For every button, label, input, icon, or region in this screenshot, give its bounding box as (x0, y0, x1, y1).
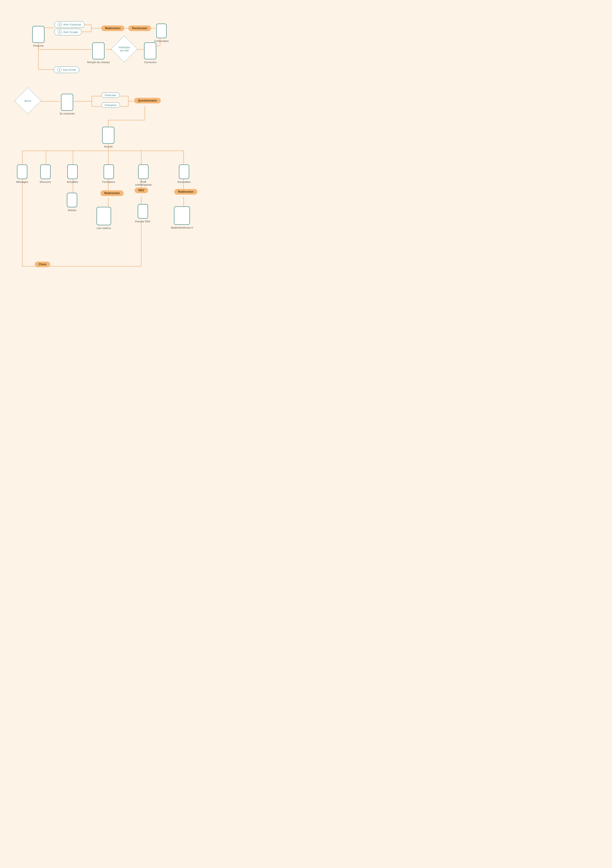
association-label: Association (178, 180, 191, 183)
node-messages: Messages (16, 164, 28, 183)
prendre-rdv-screen (138, 204, 148, 219)
profil-label: Profil zoothérapeute (135, 180, 151, 186)
node-rdv: RDV (134, 188, 148, 193)
site-externe-screen (174, 206, 190, 225)
remplir-label: Remplir les champs (87, 61, 110, 64)
google-pill: 2 Avec Google (54, 29, 82, 35)
lien-externe-label: Lien externe (97, 227, 111, 229)
decouvrir-label: Découvrir (40, 180, 51, 183)
google-badge: 2 (58, 30, 62, 34)
actualites-label: Actualités (67, 180, 78, 183)
remplir-screen (92, 42, 105, 59)
node-site-externe: 4pattestendresse.fr (171, 206, 193, 229)
node-articles: Articles (67, 193, 77, 212)
node-confirmation: Confirmation (154, 23, 169, 42)
articles-label: Articles (68, 209, 76, 212)
anima-diamond-wrapper: Anima (19, 91, 37, 110)
accueil-label: Accueil (104, 145, 112, 148)
verification-diamond-wrapper: Verification par mail (115, 40, 134, 59)
formations-label: Formations (102, 180, 115, 183)
anima-diamond: Anima (14, 87, 41, 114)
redirection1-pill: Redirection (101, 25, 124, 31)
node-questionnaire: Questionnaire (134, 98, 161, 104)
association-screen (179, 164, 189, 179)
node-decouvrir: Découvrir (40, 164, 51, 183)
node-accueil: Accueil (102, 127, 114, 148)
facebook-badge: 3 (58, 22, 62, 26)
connexion-label: Connexion (144, 61, 156, 64)
formations-screen (104, 164, 114, 179)
messages-label: Messages (16, 180, 28, 183)
decouvrir-screen (40, 164, 51, 179)
lien-externe-screen (96, 207, 111, 225)
prendre-rdv-label: Prendre RDV (135, 220, 150, 223)
node-avec-email: 1 Avec Email (54, 67, 79, 73)
node-connexion: Connexion (144, 42, 156, 64)
node-entreprise: Entreprise (101, 102, 120, 108)
questionnaire-pill: Questionnaire (134, 98, 161, 104)
node-redirection1: Redirection (101, 25, 124, 31)
node-formations: Formations (102, 164, 115, 183)
node-redirection2: Redirection (100, 191, 124, 196)
confirmation-screen (156, 23, 167, 38)
email-badge: 1 (57, 68, 62, 72)
permission-pill: Permission (128, 25, 151, 31)
articles-screen (67, 193, 77, 207)
confirmation-label: Confirmation (154, 40, 169, 42)
node-sinscrire: S'inscrire (32, 26, 45, 47)
se-connecter-screen (61, 94, 73, 111)
redirection2-pill: Redirection (100, 191, 124, 196)
particulier-pill: Particulier (101, 93, 120, 98)
anima-label: Anima (25, 99, 31, 102)
actualites-screen (67, 164, 78, 179)
node-permission: Permission (128, 25, 151, 31)
accueil-screen (102, 127, 114, 144)
verification-diamond: Verification par mail (111, 36, 138, 62)
profil-screen (138, 164, 148, 179)
node-prendre-rdv: Prendre RDV (135, 204, 150, 223)
node-remplir: Remplir les champs (87, 42, 110, 64)
node-verification: Verification par mail (115, 40, 134, 59)
node-particulier: Particulier (101, 93, 120, 98)
node-se-connecter: Se connecter (60, 94, 75, 115)
sinscrire-label: S'inscrire (33, 44, 44, 47)
node-redirection3: Redirection (174, 189, 197, 195)
redirection3-pill: Redirection (174, 189, 197, 195)
facebook-pill: 3 Avec Facebook (54, 21, 85, 28)
entreprise-pill: Entreprise (101, 102, 120, 108)
node-association: Association (178, 164, 191, 183)
node-choix: Choix (35, 262, 50, 267)
node-lien-externe: Lien externe (96, 207, 111, 229)
node-anima: Anima (19, 91, 37, 110)
site-externe-label: 4pattestendresse.fr (171, 226, 193, 229)
connexion-screen (144, 42, 156, 59)
sinscrire-screen (32, 26, 45, 43)
diagram-container: S'inscrire 3 Avec Facebook 2 Avec Google… (0, 0, 216, 306)
node-actualites: Actualités (67, 164, 78, 183)
email-pill: 1 Avec Email (54, 67, 79, 73)
node-avec-facebook: 3 Avec Facebook (54, 21, 85, 28)
node-profil: Profil zoothérapeute (135, 164, 151, 186)
se-connecter-label: Se connecter (60, 112, 75, 115)
messages-screen (17, 164, 27, 179)
choix-pill: Choix (35, 262, 50, 267)
rdv-pill: RDV (134, 188, 148, 193)
node-avec-google: 2 Avec Google (54, 29, 82, 35)
verification-label: Verification par mail (119, 46, 130, 52)
